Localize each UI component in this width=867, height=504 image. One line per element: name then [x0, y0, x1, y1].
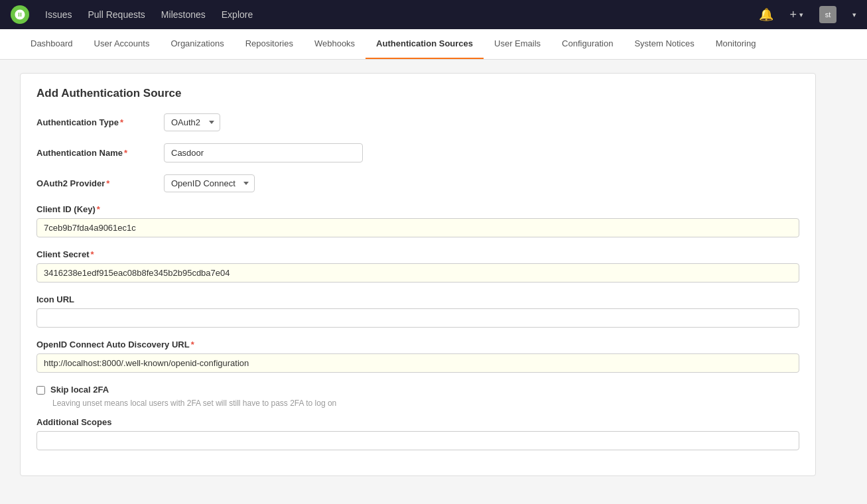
icon-url-group: Icon URL: [36, 294, 799, 328]
additional-scopes-input[interactable]: [36, 431, 799, 450]
client-secret-input[interactable]: [36, 263, 799, 283]
create-plus[interactable]: + ▾: [789, 8, 803, 22]
notification-bell[interactable]: 🔔: [759, 7, 773, 22]
oauth2-provider-label: OAuth2 Provider*: [36, 178, 156, 188]
skip-2fa-label[interactable]: Skip local 2FA: [50, 385, 109, 395]
user-dropdown-arrow[interactable]: ▾: [852, 11, 856, 19]
nav-milestones[interactable]: Milestones: [161, 9, 206, 20]
nav-organizations[interactable]: Organizations: [160, 29, 234, 59]
auth-type-label: Authentication Type*: [36, 117, 156, 127]
nav-user-accounts[interactable]: User Accounts: [84, 29, 161, 59]
oauth2-provider-select[interactable]: OpenID Connect GitHub Google Facebook: [164, 174, 255, 192]
top-navbar: Issues Pull Requests Milestones Explore …: [0, 0, 867, 29]
nav-user-emails[interactable]: User Emails: [484, 29, 551, 59]
nav-monitoring[interactable]: Monitoring: [705, 29, 767, 59]
openid-url-group: OpenID Connect Auto Discovery URL*: [36, 340, 799, 373]
skip-2fa-group: Skip local 2FA: [36, 385, 799, 395]
client-id-label: Client ID (Key)*: [36, 204, 799, 214]
nav-authentication-sources[interactable]: Authentication Sources: [366, 29, 484, 59]
nav-configuration[interactable]: Configuration: [551, 29, 624, 59]
icon-url-label: Icon URL: [36, 294, 799, 304]
openid-url-label: OpenID Connect Auto Discovery URL*: [36, 340, 799, 349]
logo[interactable]: [11, 5, 29, 24]
oauth2-provider-group: OAuth2 Provider* OpenID Connect GitHub G…: [36, 174, 799, 192]
client-id-group: Client ID (Key)*: [36, 204, 799, 237]
nav-webhooks[interactable]: Webhooks: [304, 29, 366, 59]
skip-2fa-hint: Leaving unset means local users with 2FA…: [52, 399, 799, 408]
form-card: Add Authentication Source Authentication…: [20, 73, 816, 476]
nav-pull-requests[interactable]: Pull Requests: [88, 9, 145, 20]
additional-scopes-label: Additional Scopes: [36, 417, 799, 427]
nav-explore[interactable]: Explore: [222, 9, 253, 20]
nav-dashboard[interactable]: Dashboard: [20, 29, 84, 59]
skip-2fa-checkbox[interactable]: [36, 386, 45, 395]
auth-name-label: Authentication Name*: [36, 148, 156, 158]
nav-issues[interactable]: Issues: [45, 9, 72, 20]
additional-scopes-group: Additional Scopes: [36, 417, 799, 450]
nav-system-notices[interactable]: System Notices: [624, 29, 704, 59]
page-content: Add Authentication Source Authentication…: [0, 60, 836, 489]
form-title: Add Authentication Source: [36, 87, 799, 100]
client-secret-group: Client Secret*: [36, 249, 799, 283]
client-id-input[interactable]: [36, 218, 799, 237]
secondary-nav: Dashboard User Accounts Organizations Re…: [0, 29, 867, 60]
icon-url-input[interactable]: [36, 308, 799, 328]
auth-name-group: Authentication Name*: [36, 143, 799, 162]
auth-name-input[interactable]: [164, 143, 363, 162]
auth-type-select[interactable]: OAuth2 LDAP SAML PAM: [164, 113, 220, 131]
auth-type-group: Authentication Type* OAuth2 LDAP SAML PA…: [36, 113, 799, 131]
client-secret-label: Client Secret*: [36, 249, 799, 259]
nav-repositories[interactable]: Repositories: [235, 29, 304, 59]
user-avatar[interactable]: st: [819, 6, 836, 23]
openid-url-input[interactable]: [36, 353, 799, 373]
